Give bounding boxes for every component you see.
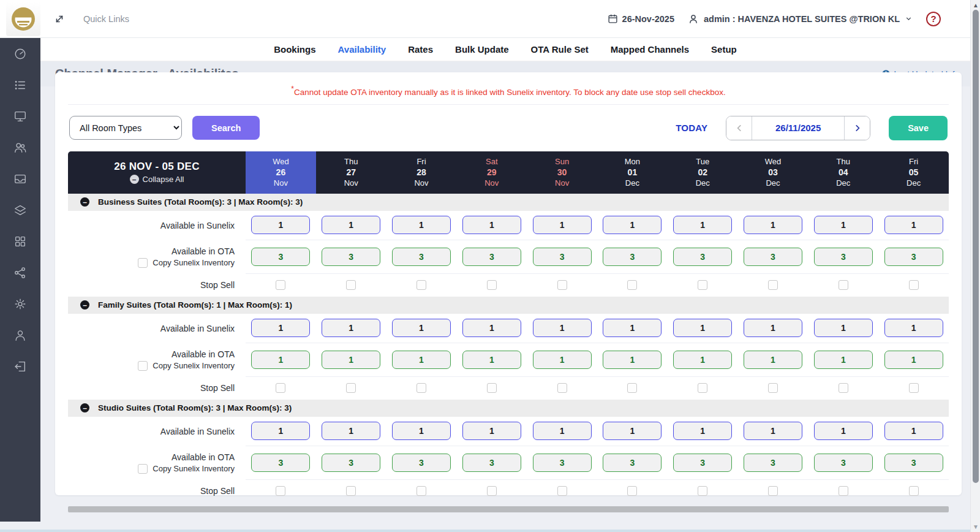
ota-inventory-input[interactable] [392, 351, 451, 369]
sunelix-inventory-input[interactable] [392, 216, 451, 234]
ota-inventory-input[interactable] [322, 248, 380, 266]
tab-mapped-channels[interactable]: Mapped Channels [611, 44, 689, 55]
ota-inventory-input[interactable] [673, 351, 732, 369]
tab-setup[interactable]: Setup [711, 44, 737, 55]
stop-sell-checkbox[interactable] [698, 280, 707, 290]
sunelix-inventory-input[interactable] [392, 319, 451, 337]
stop-sell-checkbox[interactable] [627, 280, 637, 290]
stop-sell-checkbox[interactable] [417, 486, 426, 496]
sunelix-inventory-input[interactable] [744, 422, 802, 440]
scroll-down-arrow[interactable]: ▼ [972, 523, 979, 530]
fullscreen-toggle-icon[interactable] [54, 13, 65, 25]
stop-sell-checkbox[interactable] [909, 383, 919, 393]
ota-inventory-input[interactable] [673, 248, 732, 266]
ota-inventory-input[interactable] [251, 248, 310, 266]
stop-sell-checkbox[interactable] [627, 486, 637, 496]
stop-sell-checkbox[interactable] [557, 486, 567, 496]
sunelix-inventory-input[interactable] [884, 319, 943, 337]
sunelix-inventory-input[interactable] [673, 422, 732, 440]
date-column-thu-27[interactable]: Thu27Nov [316, 151, 386, 194]
stop-sell-checkbox[interactable] [276, 280, 285, 290]
ota-inventory-input[interactable] [744, 248, 802, 266]
stop-sell-checkbox[interactable] [487, 280, 497, 290]
ota-inventory-input[interactable] [251, 351, 310, 369]
date-column-fri-28[interactable]: Fri28Nov [386, 151, 457, 194]
sidebar-item-layers[interactable] [10, 203, 31, 218]
ota-inventory-input[interactable] [251, 454, 310, 472]
stop-sell-checkbox[interactable] [487, 383, 497, 393]
sunelix-inventory-input[interactable] [744, 216, 802, 234]
sidebar-item-monitor[interactable] [10, 109, 31, 124]
sunelix-inventory-input[interactable] [814, 319, 873, 337]
tab-availability[interactable]: Availability [338, 44, 386, 55]
sidebar-item-list[interactable] [10, 78, 31, 93]
sunelix-inventory-input[interactable] [251, 422, 310, 440]
sunelix-inventory-input[interactable] [603, 319, 662, 337]
ota-inventory-input[interactable] [462, 248, 521, 266]
sunelix-inventory-input[interactable] [322, 216, 380, 234]
ota-inventory-input[interactable] [884, 248, 943, 266]
ota-inventory-input[interactable] [462, 454, 521, 472]
ota-inventory-input[interactable] [814, 454, 873, 472]
stop-sell-checkbox[interactable] [839, 280, 848, 290]
tab-bulk-update[interactable]: Bulk Update [455, 44, 509, 55]
ota-inventory-input[interactable] [322, 454, 380, 472]
ota-inventory-input[interactable] [533, 454, 592, 472]
stop-sell-checkbox[interactable] [768, 280, 778, 290]
sunelix-inventory-input[interactable] [322, 422, 380, 440]
sunelix-inventory-input[interactable] [814, 216, 873, 234]
user-menu[interactable]: admin : HAVENZA HOTEL SUITES @TRION KL [688, 13, 913, 25]
tab-rates[interactable]: Rates [408, 44, 433, 55]
ota-inventory-input[interactable] [814, 351, 873, 369]
sidebar-item-share[interactable] [10, 265, 31, 280]
date-column-sat-29[interactable]: Sat29Nov [456, 151, 527, 194]
horizontal-scrollbar[interactable] [68, 506, 949, 512]
sunelix-inventory-input[interactable] [603, 422, 662, 440]
vertical-scrollbar[interactable]: ▲ ▼ [970, 0, 980, 532]
stop-sell-checkbox[interactable] [909, 280, 919, 290]
sunelix-inventory-input[interactable] [462, 216, 521, 234]
today-link[interactable]: TODAY [676, 123, 707, 133]
collapse-section-icon[interactable]: – [80, 300, 89, 310]
collapse-all-button[interactable]: – Collapse All [130, 175, 184, 184]
stop-sell-checkbox[interactable] [768, 383, 778, 393]
date-column-wed-03[interactable]: Wed03Dec [738, 151, 809, 194]
section-header-business-suites[interactable]: –Business Suites (Total Room(s): 3 | Max… [68, 194, 949, 211]
sunelix-inventory-input[interactable] [462, 319, 521, 337]
stop-sell-checkbox[interactable] [698, 383, 707, 393]
date-column-fri-05[interactable]: Fri05Dec [878, 151, 949, 194]
stop-sell-checkbox[interactable] [346, 383, 356, 393]
date-column-mon-01[interactable]: Mon01Dec [597, 151, 668, 194]
sidebar-item-inbox[interactable] [10, 172, 31, 186]
sunelix-inventory-input[interactable] [603, 216, 662, 234]
help-button[interactable]: ? [926, 12, 941, 26]
stop-sell-checkbox[interactable] [417, 280, 426, 290]
save-button[interactable]: Save [889, 116, 948, 140]
stop-sell-checkbox[interactable] [346, 486, 356, 496]
stop-sell-checkbox[interactable] [346, 280, 356, 290]
date-column-wed-26[interactable]: Wed26Nov [246, 151, 316, 194]
sunelix-inventory-input[interactable] [251, 319, 310, 337]
copy-sunelix-inventory-checkbox[interactable] [138, 464, 148, 474]
copy-sunelix-inventory-checkbox[interactable] [138, 258, 148, 268]
sidebar-item-logout[interactable] [10, 359, 31, 374]
date-column-sun-30[interactable]: Sun30Nov [527, 151, 597, 194]
date-column-thu-04[interactable]: Thu04Dec [808, 151, 878, 194]
sunelix-inventory-input[interactable] [322, 319, 380, 337]
hotel-logo[interactable] [6, 2, 40, 36]
stop-sell-checkbox[interactable] [557, 280, 567, 290]
sunelix-inventory-input[interactable] [533, 319, 592, 337]
stop-sell-checkbox[interactable] [487, 486, 497, 496]
stop-sell-checkbox[interactable] [557, 383, 567, 393]
copy-sunelix-inventory-checkbox[interactable] [138, 361, 148, 371]
stop-sell-checkbox[interactable] [768, 486, 778, 496]
ota-inventory-input[interactable] [744, 454, 802, 472]
collapse-section-icon[interactable]: – [80, 197, 89, 207]
tab-ota-rule-set[interactable]: OTA Rule Set [531, 44, 589, 55]
section-header-family-suites[interactable]: –Family Suites (Total Room(s): 1 | Max R… [68, 297, 949, 314]
scrollbar-thumb[interactable] [973, 10, 979, 483]
room-type-select[interactable]: All Room Types [69, 116, 182, 140]
sunelix-inventory-input[interactable] [744, 319, 802, 337]
ota-inventory-input[interactable] [673, 454, 732, 472]
search-button[interactable]: Search [192, 116, 260, 140]
